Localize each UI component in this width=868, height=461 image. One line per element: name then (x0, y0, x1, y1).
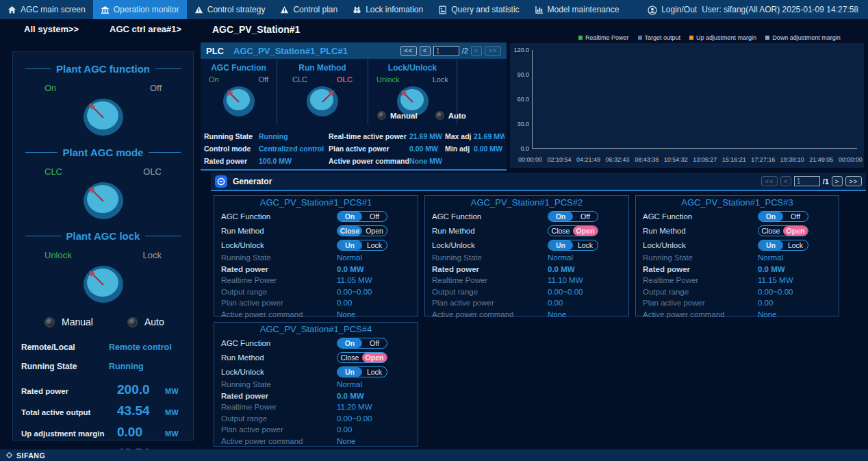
plc-panel: PLC AGC_PV_Station#1_PLC#1 << < /2 > >> … (201, 42, 507, 171)
pager-first-button[interactable]: << (400, 46, 417, 56)
stat-label: Real-time active power (329, 132, 409, 140)
nav-item-control-strategy[interactable]: Control strategy (187, 0, 273, 19)
divider-line (149, 152, 181, 153)
card-title: AGC_PV_Station#1_PCS#3 (643, 197, 832, 209)
option-on[interactable]: On (209, 75, 219, 84)
metric-label: Up adjustment margin (21, 429, 117, 438)
option-unlock[interactable]: Unlock (376, 75, 400, 84)
login-out-button[interactable]: Login/Out (661, 5, 697, 14)
metric-value: 0.00 (117, 425, 165, 440)
breadcrumb-all-system[interactable]: All system>> (24, 24, 79, 34)
nav-item-agc-main-screen[interactable]: AGC main screen (0, 0, 93, 19)
manual-radio[interactable] (44, 317, 55, 327)
metric-unit: MW (165, 387, 179, 395)
toggle-off[interactable]: Off (783, 212, 808, 221)
toggle-off[interactable]: Off (573, 212, 598, 221)
nav-item-operation-monitor[interactable]: Operation monitor (93, 0, 187, 19)
toggle-open[interactable]: Open (573, 226, 598, 236)
row-value: 11.20 MW (337, 403, 411, 411)
output-range-row: Output range 0.00~0.00 (221, 286, 411, 298)
pager-first-button[interactable]: << (761, 176, 778, 186)
pager-page-input[interactable] (433, 46, 459, 56)
toggle-on[interactable]: On (337, 338, 362, 348)
toggle-unlock[interactable]: Un (337, 367, 362, 377)
toggle-lock[interactable]: Lock (573, 240, 598, 250)
pager-total: /2 (462, 47, 468, 55)
toggle-close[interactable]: Close (337, 226, 362, 236)
option-off[interactable]: Off (150, 83, 162, 93)
toggle-lock[interactable]: Lock (362, 240, 387, 250)
remote-local-row: Remote/Local Remote control (21, 342, 193, 352)
plant-agc-function-section: Plant AGC function On Off (13, 63, 193, 136)
toggle-off[interactable]: Off (362, 338, 387, 348)
row-label: Active power command (432, 310, 548, 319)
option-clc[interactable]: CLC (292, 75, 307, 84)
lock-unlock-row: Lock/Unlock Un Lock (432, 238, 622, 252)
toggle-close[interactable]: Close (758, 226, 783, 236)
manual-radio[interactable] (377, 111, 386, 120)
plant-agc-lock-knob[interactable] (84, 266, 123, 303)
row-label: Output range (221, 288, 337, 296)
pager-next-button[interactable]: > (832, 176, 843, 186)
toggle-lock[interactable]: Lock (362, 367, 387, 377)
toggle-open[interactable]: Open (783, 226, 808, 236)
auto-radio[interactable] (127, 317, 138, 327)
option-olc[interactable]: OLC (143, 166, 162, 177)
option-lock[interactable]: Lock (143, 250, 162, 260)
run-method-column: Run Method CLC OLC (277, 59, 368, 125)
plant-agc-mode-knob[interactable] (84, 182, 123, 219)
toggle-off[interactable]: Off (362, 212, 387, 221)
toggle-lock[interactable]: Lock (783, 240, 808, 250)
toggle-unlock[interactable]: Un (548, 240, 573, 250)
toggle-on[interactable]: On (337, 212, 362, 221)
toggle-unlock[interactable]: Un (337, 240, 362, 250)
plc-manual-auto-row: Manual Auto (377, 111, 466, 120)
pager-last-button[interactable]: >> (845, 176, 862, 186)
toggle-unlock[interactable]: Un (758, 240, 783, 250)
toggle-open[interactable]: Open (362, 353, 387, 362)
row-label: Lock/Unlock (643, 241, 758, 249)
row-value: 0.0 MW (758, 265, 832, 273)
toggle-close[interactable]: Close (337, 353, 362, 362)
option-off[interactable]: Off (259, 75, 268, 84)
section-title-text: Plant AGC function (56, 63, 150, 75)
option-olc[interactable]: OLC (337, 75, 353, 84)
x-tick-label: 15:16:21 (722, 156, 746, 163)
toggle-close[interactable]: Close (548, 226, 573, 236)
x-tick-label: 19:38:10 (780, 156, 804, 163)
nav-item-query-and-statistic[interactable]: Query and statistic (431, 0, 526, 19)
row-label: Running State (432, 253, 548, 262)
agc-function-knob[interactable] (223, 86, 255, 116)
toggle-on[interactable]: On (758, 212, 783, 221)
x-axis-labels: 00:00:00 02:10:54 04:21:49 06:32:43 08:4… (518, 156, 863, 163)
option-unlock[interactable]: Unlock (44, 250, 72, 260)
legend-swatch (578, 36, 583, 40)
option-lock[interactable]: Lock (433, 75, 448, 84)
nav-item-control-plan[interactable]: Control plan (272, 0, 345, 19)
run-method-row: Run Method Close Open (432, 223, 622, 238)
option-row: CLC OLC (13, 166, 193, 177)
pager-page-input[interactable] (794, 176, 820, 186)
toggle-on[interactable]: On (548, 212, 573, 221)
y-tick-label: 60.0 (510, 96, 529, 103)
x-tick-label: 00:00:00 (518, 156, 542, 163)
option-clc[interactable]: CLC (44, 166, 62, 177)
pager-prev-button[interactable]: < (420, 46, 431, 56)
row-label: AGC Function (221, 339, 337, 347)
pager-last-button[interactable]: >> (485, 46, 501, 56)
auto-radio[interactable] (435, 111, 444, 120)
breadcrumb-area[interactable]: AGC ctrl area#1> (110, 24, 181, 34)
option-on[interactable]: On (44, 83, 56, 93)
pager-next-button[interactable]: > (471, 46, 482, 56)
row-value: 0.00 (548, 299, 622, 307)
active-power-command-row: Active power command None (221, 436, 411, 447)
nav-item-model-maintenance[interactable]: Model maintenance (527, 0, 627, 19)
pager-prev-button[interactable]: < (780, 176, 791, 186)
row-value: 0.00~0.00 (337, 288, 411, 296)
plant-agc-function-knob[interactable] (84, 99, 123, 136)
run-method-toggle: Close Open (337, 225, 387, 236)
run-method-knob[interactable] (307, 86, 338, 116)
nav-item-lock-infomation[interactable]: Lock infomation (345, 0, 431, 19)
toggle-open[interactable]: Open (362, 226, 387, 236)
toggle-wrap: Un Lock (337, 240, 411, 251)
